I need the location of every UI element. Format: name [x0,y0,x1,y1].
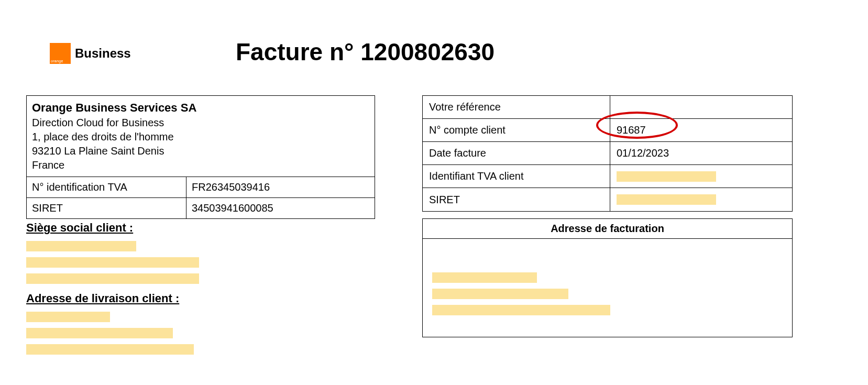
redacted-block [26,328,173,338]
vendor-addr2: 93210 La Plaine Saint Denis [32,144,369,158]
redacted-block [26,312,110,322]
vendor-vat-row: N° identification TVA FR26345039416 [27,177,375,198]
redacted-block [617,171,716,182]
vendor-vat-value: FR26345039416 [186,177,375,197]
client-info-box: Votre référence N° compte client 91687 D… [422,95,793,212]
logo-brand-text: Business [75,46,131,61]
vendor-box: Orange Business Services SA Direction Cl… [26,95,375,219]
client-vat-value [610,165,792,188]
client-siret-label: SIRET [423,188,610,211]
client-ref-value [610,96,792,118]
client-date-label: Date facture [423,142,610,164]
client-date-value: 01/12/2023 [610,142,792,164]
client-vat-label: Identifiant TVA client [423,165,610,188]
redacted-block [432,272,537,283]
client-siret-value [610,188,792,211]
logo-area: Business [50,43,131,64]
client-account-row: N° compte client 91687 [423,119,792,142]
billing-heading: Adresse de facturation [423,219,792,239]
billing-body [423,239,792,337]
client-siret-row: SIRET [423,188,792,211]
vendor-address-block: Orange Business Services SA Direction Cl… [27,96,375,177]
vendor-addr1: 1, place des droits de l'homme [32,130,369,144]
vendor-vat-label: N° identification TVA [27,177,186,197]
redacted-block [432,305,610,315]
client-delivery-heading: Adresse de livraison client : [26,292,194,305]
redacted-block [26,273,199,284]
client-hq-section: Siège social client : [26,221,199,290]
client-ref-row: Votre référence [423,96,792,119]
redacted-block [617,194,716,205]
redacted-block [26,241,136,251]
vendor-country: France [32,158,369,172]
orange-logo-icon [50,43,71,64]
vendor-siret-row: SIRET 34503941600085 [27,198,375,218]
client-ref-label: Votre référence [423,96,610,118]
vendor-siret-label: SIRET [27,198,186,218]
billing-address-box: Adresse de facturation [422,218,793,337]
client-account-value: 91687 [610,119,792,141]
client-delivery-redacted [26,312,194,357]
vendor-dept: Direction Cloud for Business [32,116,369,130]
client-vat-row: Identifiant TVA client [423,165,792,188]
redacted-block [432,289,568,299]
redacted-block [26,344,194,355]
client-date-row: Date facture 01/12/2023 [423,142,792,165]
client-account-label: N° compte client [423,119,610,141]
client-hq-heading: Siège social client : [26,221,199,235]
client-delivery-section: Adresse de livraison client : [26,292,194,360]
vendor-siret-value: 34503941600085 [186,198,375,218]
vendor-name: Orange Business Services SA [32,100,369,116]
client-hq-redacted [26,241,199,286]
redacted-block [26,257,199,268]
invoice-title: Facture n° 1200802630 [236,38,495,66]
